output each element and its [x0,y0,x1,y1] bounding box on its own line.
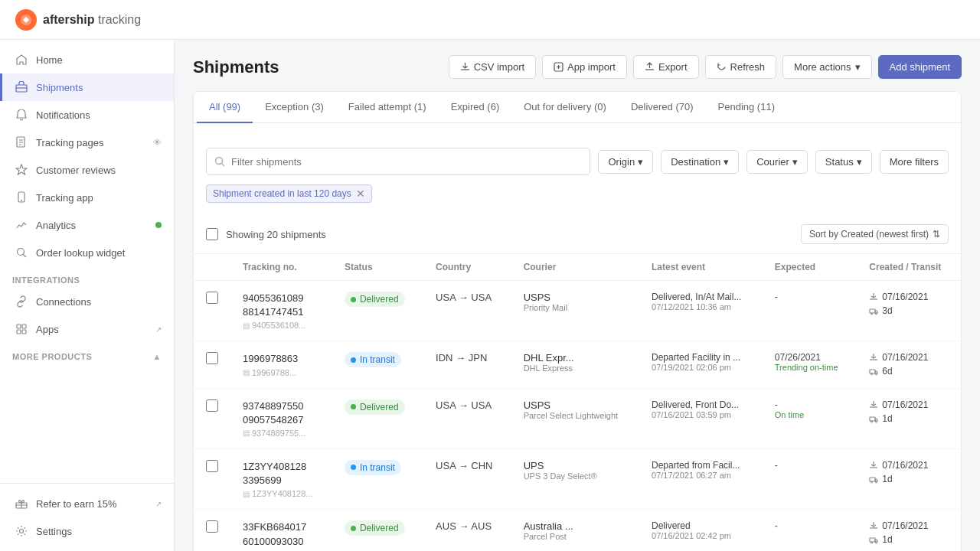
select-all-checkbox[interactable] [206,228,218,240]
add-shipment-button[interactable]: Add shipment [878,55,962,79]
expected-date: - [775,520,845,531]
sidebar-nav: Home Shipments Notifications Tracking pa… [0,40,174,483]
sidebar-item-customer-reviews[interactable]: Customer reviews [0,156,174,184]
tracking-number-secondary: 60100093030 [243,535,320,549]
sidebar-item-apps[interactable]: Apps ↗ [0,315,174,343]
courier-filter[interactable]: Courier ▾ [746,150,808,174]
csv-import-button[interactable]: CSV import [449,55,536,79]
export-button[interactable]: Export [633,55,699,79]
sidebar-item-connections[interactable]: Connections [0,288,174,315]
created-info: 07/16/2021 1d [869,460,949,484]
tracking-number-primary: 93748897550 [243,399,320,413]
sidebar-item-shipments[interactable]: Shipments [0,73,174,101]
sort-button[interactable]: Sort by Created (newest first) ⇅ [801,224,949,244]
refresh-button[interactable]: Refresh [705,55,777,79]
sidebar-item-shipments-label: Shipments [36,82,83,93]
row-checkbox[interactable] [206,399,218,412]
svg-rect-9 [22,330,26,334]
tab-expired[interactable]: Expired (6) [439,92,512,123]
active-filters-row: Shipment created in last 120 days ✕ [206,184,949,203]
latest-event-text: Delivered [652,520,750,531]
country-cell: USA → USA [423,388,511,448]
country-cell: AUS → AUS [423,510,511,551]
svg-point-27 [871,542,873,543]
svg-rect-20 [870,417,875,421]
sidebar-item-tracking-pages[interactable]: Tracking pages 👁 [0,129,174,156]
sidebar-item-settings[interactable]: Settings [0,517,174,545]
expected-cell: - [763,510,858,551]
more-actions-button[interactable]: More actions ▾ [782,55,871,79]
row-checkbox[interactable] [206,520,218,533]
app-import-button[interactable]: App import [542,55,627,79]
row-checkbox[interactable] [206,292,218,304]
logo-icon [15,9,37,31]
created-info: 07/16/2021 6d [869,352,949,377]
sidebar-item-home[interactable]: Home [0,46,174,73]
expected-trend: On time [775,410,845,419]
table-row: 94055361089 88141747451 ▤9405536108... D… [194,281,961,341]
tab-delivered[interactable]: Delivered (70) [619,92,706,123]
svg-point-25 [876,481,877,483]
tab-pending[interactable]: Pending (11) [706,92,787,123]
tab-all[interactable]: All (99) [197,92,253,123]
filter-close-button[interactable]: ✕ [356,187,365,200]
filter-bar: Origin ▾ Destination ▾ Courier ▾ Status … [194,135,961,215]
download-icon [869,353,878,362]
tracking-number-sub: ▤9374889755... [243,429,320,438]
created-cell: 07/16/2021 1d [857,448,961,509]
th-courier: Courier [511,254,639,281]
truck-icon [869,306,878,315]
sidebar-item-refer[interactable]: Refer to earn 15% ↗ [0,490,174,517]
tracking-number-secondary: 88141747451 [243,305,320,319]
truck-icon [869,474,878,484]
logo[interactable]: aftership tracking [15,9,141,31]
tab-out-for-delivery[interactable]: Out for delivery (0) [511,92,619,123]
tab-exception[interactable]: Exception (3) [253,92,336,123]
table-wrapper: Tracking no. Status Country Courier Late… [194,254,961,551]
sidebar-item-notifications[interactable]: Notifications [0,101,174,129]
row-checkbox-cell [194,448,230,509]
transit-info: 1d [869,534,949,545]
row-checkbox[interactable] [206,352,218,364]
latest-event-cell: Delivered 07/16/2021 02:42 pm [639,510,763,551]
collapse-icon[interactable]: ▲ [153,352,162,361]
content-area: Shipments CSV import App import Export R… [175,40,980,551]
more-filters-button[interactable]: More filters [880,150,949,174]
sidebar-item-tracking-app-label: Tracking app [36,192,93,204]
tab-failed[interactable]: Failed attempt (1) [336,92,439,123]
tabs-bar: All (99) Exception (3) Failed attempt (1… [194,92,961,123]
integrations-section: INTEGRATIONS [0,266,174,288]
created-date: 07/16/2021 [869,292,949,302]
status-dot [351,357,356,363]
status-dot [351,297,356,302]
status-chevron-icon: ▾ [857,156,862,168]
created-info: 07/16/2021 3d [869,292,949,316]
sidebar-item-tracking-app[interactable]: Tracking app [0,184,174,211]
search-input-wrap[interactable] [206,148,590,175]
svg-point-24 [871,481,873,483]
svg-point-4 [21,200,22,201]
app-import-icon [554,62,564,72]
link-icon [15,295,28,308]
table-meta-left: Showing 20 shipments [206,228,326,240]
row-checkbox[interactable] [206,460,218,472]
table-row: 1996978863 ▤19969788... In transit IDN →… [194,341,961,388]
row-checkbox-cell [194,281,230,341]
sidebar-item-analytics[interactable]: Analytics [0,211,174,239]
search-input[interactable] [231,156,582,168]
tracking-number-secondary: 09057548267 [243,413,320,427]
th-country: Country [423,254,511,281]
latest-event-cell: Departed from Facil... 07/17/2021 06:27 … [639,448,763,509]
transit-info: 1d [869,413,949,424]
main-card: All (99) Exception (3) Failed attempt (1… [193,91,962,551]
external-link-icon: ↗ [155,325,162,334]
tracking-no-cell: 1Z3YY408128 3395699 ▤1Z3YY408128... [230,448,332,509]
page-header: Shipments CSV import App import Export R… [193,55,962,79]
sidebar-item-order-lookup[interactable]: Order lookup widget [0,239,174,266]
destination-filter[interactable]: Destination ▾ [661,150,739,174]
created-cell: 07/16/2021 1d [857,510,961,551]
origin-filter[interactable]: Origin ▾ [598,150,653,174]
box-icon [15,80,28,94]
sidebar-bottom: Refer to earn 15% ↗ Settings [0,483,174,551]
status-filter[interactable]: Status ▾ [815,150,872,174]
